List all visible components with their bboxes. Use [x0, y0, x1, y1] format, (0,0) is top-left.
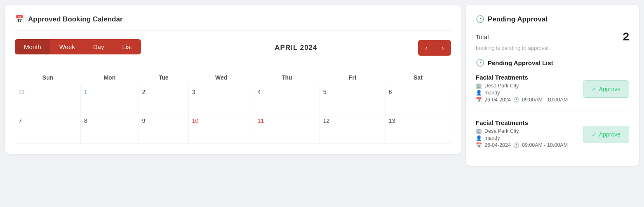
- calendar-day[interactable]: 4: [254, 86, 320, 115]
- calendar-day[interactable]: 6: [385, 86, 451, 115]
- booking-name: Facial Treatments: [476, 74, 576, 81]
- calendar-small-icon: 📅: [476, 142, 482, 148]
- pending-list-title: Pending Approval List: [488, 59, 553, 66]
- calendar-icon: 📅: [15, 15, 24, 24]
- weekday-fri: Fri: [320, 71, 385, 86]
- total-row: Total 2: [476, 30, 629, 43]
- approve-button-1[interactable]: ✓ Approve: [583, 126, 629, 143]
- booking-info: Facial Treatments 🏢 Desa Park City 👤 man…: [476, 74, 576, 104]
- calendar-day[interactable]: 1: [81, 86, 139, 115]
- booking-location: 🏢 Desa Park City: [476, 83, 576, 89]
- checkmark-icon: ✓: [592, 131, 597, 138]
- view-toggle: Month Week Day List: [15, 39, 141, 54]
- approved-booking-calendar-panel: 📅 Approved Booking Calendar Month Week D…: [5, 5, 461, 154]
- weekday-thu: Thu: [254, 71, 320, 86]
- calendar-day[interactable]: 5: [320, 86, 385, 115]
- panel-header: 📅 Approved Booking Calendar: [15, 15, 451, 31]
- pending-list-icon: 🕐: [476, 59, 484, 67]
- day-view-button[interactable]: Day: [84, 39, 113, 54]
- booking-card: Facial Treatments 🏢 Desa Park City 👤 man…: [476, 119, 629, 156]
- location-icon: 🏢: [476, 83, 482, 89]
- booking-datetime: 📅 26-04-2024 🕐 09:00AM - 10:00AM: [476, 142, 576, 148]
- calendar-month-year: APRIL 2024: [141, 44, 451, 52]
- booking-datetime: 📅 26-04-2024 🕐 09:00AM - 10:00AM: [476, 97, 576, 103]
- calendar-small-icon: 📅: [476, 97, 482, 103]
- weekday-wed: Wed: [188, 71, 254, 86]
- approve-button-0[interactable]: ✓ Approve: [583, 80, 629, 98]
- month-view-button[interactable]: Month: [15, 39, 50, 54]
- booking-name: Facial Treatments: [476, 119, 576, 126]
- user-icon: 👤: [476, 135, 482, 141]
- calendar-day[interactable]: 12: [320, 115, 385, 144]
- weekday-mon: Mon: [81, 71, 139, 86]
- clock-icon: 🕐: [513, 97, 519, 103]
- pending-header: 🕐 Pending Approval: [476, 15, 629, 24]
- pending-icon: 🕐: [476, 15, 484, 24]
- pending-approval-panel: 🕐 Pending Approval Total 2 booking is pe…: [466, 5, 639, 166]
- booking-list: Facial Treatments 🏢 Desa Park City 👤 man…: [476, 74, 629, 156]
- checkmark-icon: ✓: [592, 86, 597, 92]
- clock-icon: 🕐: [513, 142, 519, 148]
- total-count: 2: [623, 30, 629, 43]
- user-icon: 👤: [476, 90, 482, 96]
- calendar-day[interactable]: 10: [188, 115, 254, 144]
- week-view-button[interactable]: Week: [50, 39, 84, 54]
- weekday-tue: Tue: [139, 71, 188, 86]
- calendar-grid: Sun Mon Tue Wed Thu Fri Sat 311234567891…: [15, 71, 451, 144]
- calendar-day[interactable]: 7: [15, 115, 81, 144]
- calendar-day[interactable]: 2: [139, 86, 188, 115]
- booking-user: 👤 mandy: [476, 135, 576, 141]
- next-month-button[interactable]: ›: [435, 40, 451, 56]
- pending-title: Pending Approval: [488, 15, 548, 24]
- calendar-day[interactable]: 3: [188, 86, 254, 115]
- pending-subtext: booking is pending to approval.: [476, 45, 629, 51]
- list-view-button[interactable]: List: [113, 39, 141, 54]
- panel-title: Approved Booking Calendar: [28, 15, 123, 24]
- calendar-day[interactable]: 11: [254, 115, 320, 144]
- calendar-day[interactable]: 31: [15, 86, 81, 115]
- calendar-day[interactable]: 13: [385, 115, 451, 144]
- booking-card: Facial Treatments 🏢 Desa Park City 👤 man…: [476, 74, 629, 111]
- total-label: Total: [476, 33, 489, 40]
- weekday-sun: Sun: [15, 71, 81, 86]
- booking-user: 👤 mandy: [476, 90, 576, 96]
- booking-info: Facial Treatments 🏢 Desa Park City 👤 man…: [476, 119, 576, 149]
- calendar-day[interactable]: 8: [81, 115, 139, 144]
- calendar-day[interactable]: 9: [139, 115, 188, 144]
- calendar-nav-arrows: ‹ ›: [418, 40, 451, 56]
- location-icon: 🏢: [476, 128, 482, 134]
- booking-location: 🏢 Desa Park City: [476, 128, 576, 134]
- pending-list-header: 🕐 Pending Approval List: [476, 59, 629, 67]
- prev-month-button[interactable]: ‹: [418, 40, 435, 56]
- weekday-sat: Sat: [385, 71, 451, 86]
